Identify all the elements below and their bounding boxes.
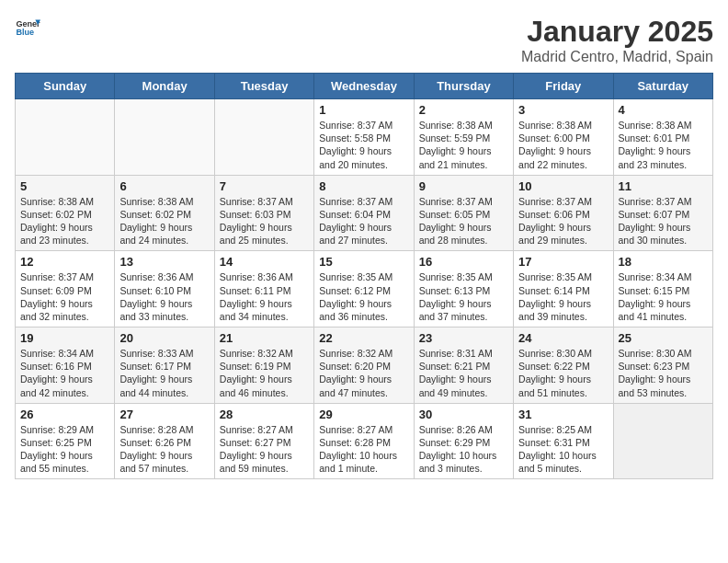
cell-content: Sunrise: 8:36 AM Sunset: 6:11 PM Dayligh… xyxy=(220,270,309,323)
calendar-cell xyxy=(115,99,214,176)
calendar-cell: 7Sunrise: 8:37 AM Sunset: 6:03 PM Daylig… xyxy=(214,175,313,251)
day-number: 19 xyxy=(20,331,109,345)
calendar-cell xyxy=(613,403,712,479)
cell-content: Sunrise: 8:27 AM Sunset: 6:27 PM Dayligh… xyxy=(220,423,309,476)
day-number: 31 xyxy=(518,408,608,421)
calendar-cell: 29Sunrise: 8:27 AM Sunset: 6:28 PM Dayli… xyxy=(314,403,414,479)
calendar-cell: 5Sunrise: 8:38 AM Sunset: 6:02 PM Daylig… xyxy=(16,175,115,251)
day-number: 25 xyxy=(619,331,708,345)
calendar-cell xyxy=(16,99,115,176)
day-number: 8 xyxy=(319,179,408,193)
cell-content: Sunrise: 8:25 AM Sunset: 6:31 PM Dayligh… xyxy=(518,423,608,476)
weekday-header: Saturday xyxy=(613,74,712,99)
day-number: 11 xyxy=(619,179,708,193)
cell-content: Sunrise: 8:27 AM Sunset: 6:28 PM Dayligh… xyxy=(319,423,408,476)
cell-content: Sunrise: 8:32 AM Sunset: 6:19 PM Dayligh… xyxy=(220,347,309,399)
cell-content: Sunrise: 8:31 AM Sunset: 6:21 PM Dayligh… xyxy=(419,347,508,399)
cell-content: Sunrise: 8:38 AM Sunset: 6:01 PM Dayligh… xyxy=(619,119,708,171)
day-number: 23 xyxy=(419,331,508,345)
calendar-cell: 19Sunrise: 8:34 AM Sunset: 6:16 PM Dayli… xyxy=(16,327,115,404)
day-number: 5 xyxy=(20,179,109,193)
day-number: 3 xyxy=(518,103,608,117)
cell-content: Sunrise: 8:34 AM Sunset: 6:16 PM Dayligh… xyxy=(20,347,109,399)
cell-content: Sunrise: 8:35 AM Sunset: 6:12 PM Dayligh… xyxy=(319,270,408,323)
calendar-cell: 17Sunrise: 8:35 AM Sunset: 6:14 PM Dayli… xyxy=(514,251,613,327)
day-number: 30 xyxy=(419,408,508,421)
day-number: 20 xyxy=(119,331,209,345)
day-number: 6 xyxy=(119,179,209,193)
calendar-cell: 23Sunrise: 8:31 AM Sunset: 6:21 PM Dayli… xyxy=(414,327,513,404)
calendar-cell: 12Sunrise: 8:37 AM Sunset: 6:09 PM Dayli… xyxy=(16,251,115,327)
weekday-header: Friday xyxy=(514,74,613,99)
day-number: 14 xyxy=(220,255,309,269)
cell-content: Sunrise: 8:37 AM Sunset: 6:09 PM Dayligh… xyxy=(20,270,109,323)
calendar-cell: 21Sunrise: 8:32 AM Sunset: 6:19 PM Dayli… xyxy=(214,327,313,404)
cell-content: Sunrise: 8:38 AM Sunset: 6:02 PM Dayligh… xyxy=(20,195,109,247)
calendar-cell: 1Sunrise: 8:37 AM Sunset: 5:58 PM Daylig… xyxy=(314,99,414,176)
calendar-cell: 31Sunrise: 8:25 AM Sunset: 6:31 PM Dayli… xyxy=(514,403,613,479)
calendar-cell: 4Sunrise: 8:38 AM Sunset: 6:01 PM Daylig… xyxy=(613,99,712,176)
calendar-cell: 16Sunrise: 8:35 AM Sunset: 6:13 PM Dayli… xyxy=(414,251,513,327)
day-number: 2 xyxy=(419,103,508,117)
calendar-cell: 18Sunrise: 8:34 AM Sunset: 6:15 PM Dayli… xyxy=(613,251,712,327)
calendar-cell: 3Sunrise: 8:38 AM Sunset: 6:00 PM Daylig… xyxy=(514,99,613,176)
cell-content: Sunrise: 8:37 AM Sunset: 6:05 PM Dayligh… xyxy=(419,195,508,247)
calendar-cell: 9Sunrise: 8:37 AM Sunset: 6:05 PM Daylig… xyxy=(414,175,513,251)
cell-content: Sunrise: 8:33 AM Sunset: 6:17 PM Dayligh… xyxy=(119,347,209,399)
weekday-header: Sunday xyxy=(16,74,115,99)
day-number: 9 xyxy=(419,179,508,193)
weekday-header: Tuesday xyxy=(214,74,313,99)
calendar-cell: 14Sunrise: 8:36 AM Sunset: 6:11 PM Dayli… xyxy=(214,251,313,327)
cell-content: Sunrise: 8:37 AM Sunset: 6:03 PM Dayligh… xyxy=(220,195,309,247)
calendar-cell: 22Sunrise: 8:32 AM Sunset: 6:20 PM Dayli… xyxy=(314,327,414,404)
cell-content: Sunrise: 8:32 AM Sunset: 6:20 PM Dayligh… xyxy=(319,347,408,399)
calendar-cell: 11Sunrise: 8:37 AM Sunset: 6:07 PM Dayli… xyxy=(613,175,712,251)
day-number: 15 xyxy=(319,255,408,269)
day-number: 13 xyxy=(119,255,209,269)
day-number: 17 xyxy=(518,255,608,269)
calendar-cell: 13Sunrise: 8:36 AM Sunset: 6:10 PM Dayli… xyxy=(115,251,214,327)
calendar-cell: 27Sunrise: 8:28 AM Sunset: 6:26 PM Dayli… xyxy=(115,403,214,479)
day-number: 10 xyxy=(518,179,608,193)
cell-content: Sunrise: 8:37 AM Sunset: 6:04 PM Dayligh… xyxy=(319,195,408,247)
calendar-cell: 2Sunrise: 8:38 AM Sunset: 5:59 PM Daylig… xyxy=(414,99,513,176)
calendar-cell: 26Sunrise: 8:29 AM Sunset: 6:25 PM Dayli… xyxy=(16,403,115,479)
cell-content: Sunrise: 8:35 AM Sunset: 6:14 PM Dayligh… xyxy=(518,270,608,323)
cell-content: Sunrise: 8:26 AM Sunset: 6:29 PM Dayligh… xyxy=(419,423,508,476)
day-number: 18 xyxy=(619,255,708,269)
cell-content: Sunrise: 8:37 AM Sunset: 5:58 PM Dayligh… xyxy=(319,119,408,171)
day-number: 27 xyxy=(119,408,209,421)
cell-content: Sunrise: 8:36 AM Sunset: 6:10 PM Dayligh… xyxy=(119,270,209,323)
cell-content: Sunrise: 8:28 AM Sunset: 6:26 PM Dayligh… xyxy=(119,423,209,476)
month-title: January 2025 xyxy=(521,15,713,49)
cell-content: Sunrise: 8:30 AM Sunset: 6:22 PM Dayligh… xyxy=(518,347,608,399)
day-number: 7 xyxy=(220,179,309,193)
day-number: 22 xyxy=(319,331,408,345)
weekday-header: Thursday xyxy=(414,74,513,99)
cell-content: Sunrise: 8:35 AM Sunset: 6:13 PM Dayligh… xyxy=(419,270,508,323)
day-number: 28 xyxy=(220,408,309,421)
calendar-cell: 30Sunrise: 8:26 AM Sunset: 6:29 PM Dayli… xyxy=(414,403,513,479)
day-number: 26 xyxy=(20,408,109,421)
svg-text:Blue: Blue xyxy=(16,28,34,37)
day-number: 4 xyxy=(619,103,708,117)
weekday-header: Monday xyxy=(115,74,214,99)
calendar-cell: 10Sunrise: 8:37 AM Sunset: 6:06 PM Dayli… xyxy=(514,175,613,251)
day-number: 29 xyxy=(319,408,408,421)
weekday-header: Wednesday xyxy=(314,74,414,99)
calendar: SundayMondayTuesdayWednesdayThursdayFrid… xyxy=(15,73,713,479)
calendar-cell xyxy=(214,99,313,176)
calendar-cell: 20Sunrise: 8:33 AM Sunset: 6:17 PM Dayli… xyxy=(115,327,214,404)
day-number: 12 xyxy=(20,255,109,269)
cell-content: Sunrise: 8:30 AM Sunset: 6:23 PM Dayligh… xyxy=(619,347,708,399)
day-number: 24 xyxy=(518,331,608,345)
cell-content: Sunrise: 8:38 AM Sunset: 5:59 PM Dayligh… xyxy=(419,119,508,171)
calendar-cell: 24Sunrise: 8:30 AM Sunset: 6:22 PM Dayli… xyxy=(514,327,613,404)
calendar-cell: 25Sunrise: 8:30 AM Sunset: 6:23 PM Dayli… xyxy=(613,327,712,404)
calendar-cell: 15Sunrise: 8:35 AM Sunset: 6:12 PM Dayli… xyxy=(314,251,414,327)
calendar-cell: 28Sunrise: 8:27 AM Sunset: 6:27 PM Dayli… xyxy=(214,403,313,479)
logo: General Blue xyxy=(15,15,40,40)
cell-content: Sunrise: 8:37 AM Sunset: 6:07 PM Dayligh… xyxy=(619,195,708,247)
cell-content: Sunrise: 8:38 AM Sunset: 6:00 PM Dayligh… xyxy=(518,119,608,171)
day-number: 21 xyxy=(220,331,309,345)
